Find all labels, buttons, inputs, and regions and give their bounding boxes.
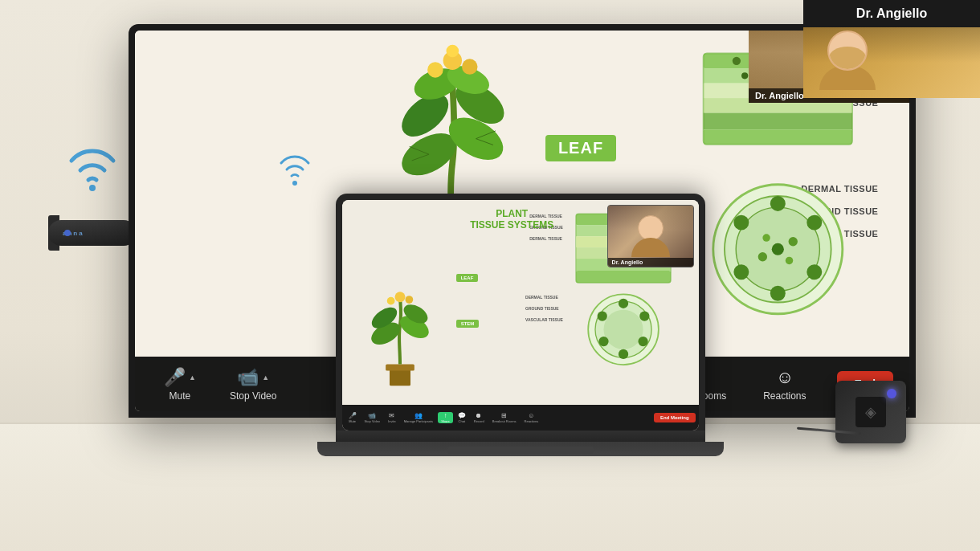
svg-rect-19 <box>704 129 852 145</box>
svg-point-10 <box>427 62 443 77</box>
svg-point-31 <box>806 264 822 280</box>
laptop-plant-title: PLANT TISSUE SYSTEMS <box>470 208 553 231</box>
stem-cell-diagram <box>677 181 879 318</box>
svg-point-29 <box>770 196 786 211</box>
svg-point-0 <box>89 185 96 191</box>
svg-point-59 <box>604 310 643 349</box>
wifi-dongle-left: anna <box>48 140 137 246</box>
laptop-end-btn[interactable]: End Meeting <box>654 413 696 422</box>
laptop-video-btn[interactable]: 📹 Stop Video <box>361 412 384 423</box>
svg-point-37 <box>758 252 767 261</box>
dr-angiello-name-bar: Dr. Angiello <box>803 0 980 27</box>
svg-point-32 <box>770 285 786 300</box>
reactions-control[interactable]: ☺ Reactions <box>749 367 820 402</box>
svg-point-63 <box>619 349 628 359</box>
laptop-share-btn[interactable]: ↑ Share <box>438 412 453 423</box>
dr-angiello-overlay: Dr. Angiello <box>803 0 980 98</box>
laptop-record-btn[interactable]: ⏺ Record <box>471 412 488 423</box>
usb-dongle: anna <box>48 220 137 246</box>
laptop-invite-btn[interactable]: ✉ Invite <box>385 412 399 423</box>
svg-point-20 <box>733 57 741 65</box>
wifi-icon-large <box>60 140 125 196</box>
svg-rect-42 <box>386 365 414 371</box>
leaf-label: LEAF <box>545 135 616 161</box>
svg-point-60 <box>619 299 628 308</box>
dr-angiello-video-tr <box>803 27 980 98</box>
laptop-video-name: Dr. Angiello <box>608 258 693 267</box>
svg-point-38 <box>786 256 793 263</box>
laptop-breakout-btn[interactable]: ⊞ Breakout Rooms <box>489 412 520 423</box>
laptop-mini-plant <box>360 289 440 394</box>
svg-point-33 <box>733 264 749 280</box>
svg-rect-18 <box>704 113 852 130</box>
svg-point-40 <box>292 181 297 186</box>
svg-point-39 <box>762 234 770 241</box>
svg-point-61 <box>640 312 650 321</box>
stop-video-control[interactable]: 📹 ▲ Stop Video <box>217 367 290 402</box>
laptop-screen: PLANT TISSUE SYSTEMS <box>342 200 699 431</box>
laptop-leaf-badge: LEAF <box>456 274 479 282</box>
laptop-cell-bottom <box>566 291 680 368</box>
svg-point-47 <box>394 292 405 302</box>
svg-point-64 <box>599 337 609 346</box>
laptop-zoom-toolbar: 🎤 Mute 📹 Stop Video ✉ Invite 👥 Manage Pa… <box>342 405 699 431</box>
laptop-trackpad[interactable] <box>447 447 594 454</box>
svg-point-49 <box>405 296 413 304</box>
svg-point-62 <box>639 337 648 346</box>
laptop-chat-btn[interactable]: 💬 Chat <box>455 412 469 423</box>
laptop-screen-content: PLANT TISSUE SYSTEMS <box>342 200 699 394</box>
laptop-tissue-bottom: DERMAL TISSUE GROUND TISSUE VASCULAR TIS… <box>525 295 563 322</box>
laptop: PLANT TISSUE SYSTEMS <box>336 194 705 456</box>
laptop-stem-badge: STEM <box>456 320 480 328</box>
svg-point-35 <box>772 243 784 255</box>
svg-point-48 <box>387 297 395 305</box>
monitor-wifi-signal <box>275 154 315 190</box>
hub-logo: ◈ <box>855 397 886 427</box>
svg-point-36 <box>788 237 797 246</box>
svg-point-30 <box>806 214 822 230</box>
hub-body: ◈ <box>835 381 906 443</box>
laptop-screen-bezel: PLANT TISSUE SYSTEMS <box>336 194 705 431</box>
laptop-reactions-btn[interactable]: ☺ Reactions <box>521 412 542 423</box>
svg-point-11 <box>462 59 477 74</box>
laptop-participants-btn[interactable]: 👥 Manage Participants <box>401 412 436 423</box>
wireless-hub: ◈ <box>835 381 908 445</box>
hub-led <box>887 389 896 398</box>
svg-point-23 <box>741 72 748 79</box>
mute-control[interactable]: 🎤 ▲ Mute <box>151 367 209 402</box>
laptop-mute-btn[interactable]: 🎤 Mute <box>345 412 360 423</box>
svg-rect-56 <box>576 271 671 283</box>
laptop-base <box>317 442 724 456</box>
svg-point-12 <box>446 45 459 58</box>
laptop-bottom-bezel <box>336 431 705 442</box>
laptop-video-thumb: Dr. Angiello <box>607 205 694 267</box>
svg-point-34 <box>733 214 749 230</box>
svg-point-65 <box>598 312 607 321</box>
